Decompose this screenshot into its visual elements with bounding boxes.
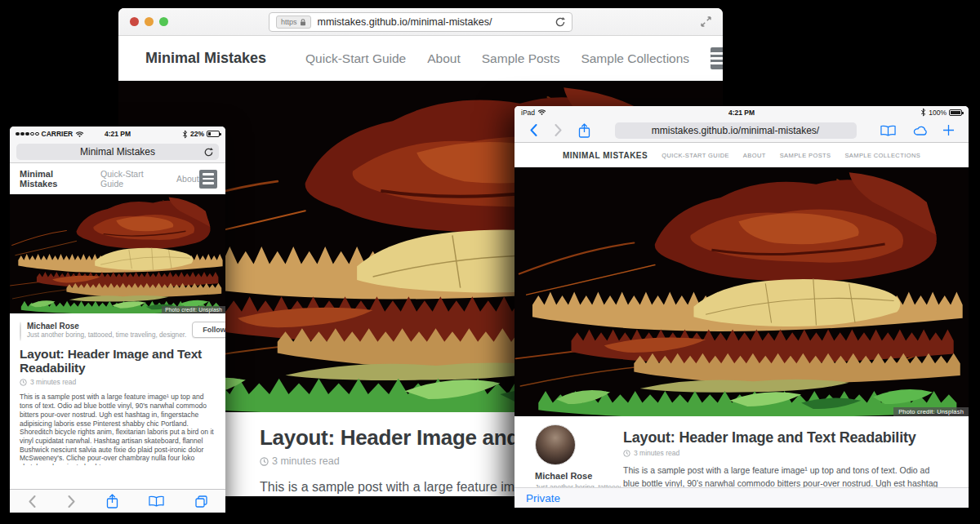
battery-icon bbox=[949, 109, 962, 116]
desktop-site-nav: Minimal Mistakes Quick-Start Guide About… bbox=[118, 36, 723, 81]
ipad-status-bar: iPad 4:21 PM 100% bbox=[514, 106, 969, 118]
iphone-status-bar: CARRIER 4:21 PM 22% bbox=[10, 127, 225, 141]
reload-icon[interactable] bbox=[555, 17, 565, 27]
wifi-icon bbox=[537, 109, 546, 116]
site-brand[interactable]: Minimal Mistakes bbox=[563, 151, 648, 160]
feature-image: Photo credit: Unsplash bbox=[514, 167, 969, 416]
post-title: Layout: Header Image and Text Readabilit… bbox=[20, 348, 216, 375]
nav-about[interactable]: About bbox=[176, 174, 198, 184]
clock-icon bbox=[260, 457, 269, 466]
nav-about[interactable]: About bbox=[427, 51, 461, 66]
bluetooth-icon bbox=[182, 130, 188, 139]
nav-sample-collections[interactable]: Sample Collections bbox=[581, 51, 689, 66]
photo-credit: Photo credit: Unsplash bbox=[162, 306, 225, 313]
author-bio: Just another boring, tattooed, time trav… bbox=[27, 331, 186, 339]
device-label: iPad bbox=[521, 109, 535, 117]
ipad-post-content: Michael Rose Just another boring, tattoo… bbox=[514, 416, 969, 487]
author-name: Michael Rose bbox=[27, 322, 186, 331]
bookmarks-icon[interactable] bbox=[149, 495, 164, 507]
forward-button[interactable] bbox=[67, 495, 75, 508]
iphone-url-text: Minimal Mistakes bbox=[80, 146, 155, 158]
battery-percent: 22% bbox=[190, 130, 204, 138]
nav-sample-posts[interactable]: Sample Posts bbox=[780, 152, 831, 159]
bluetooth-icon bbox=[920, 108, 926, 117]
leaves-photo bbox=[514, 167, 969, 416]
iphone-url-section: Minimal Mistakes bbox=[10, 141, 225, 163]
read-time: 3 minutes read bbox=[623, 449, 948, 457]
site-brand[interactable]: Minimal Mistakes bbox=[20, 169, 83, 189]
https-label: https bbox=[281, 18, 297, 26]
clock-icon bbox=[623, 450, 630, 457]
follow-button[interactable]: Follow bbox=[192, 322, 225, 338]
safari-toolbar: mmistakes.github.io/minimal-mistakes/ bbox=[514, 118, 969, 143]
post-paragraph: This is a sample post with a large featu… bbox=[20, 393, 216, 465]
feature-image: Photo credit: Unsplash bbox=[10, 194, 225, 313]
nav-quick-start-guide[interactable]: Quick-Start Guide bbox=[662, 152, 729, 159]
status-time: 4:21 PM bbox=[105, 130, 131, 138]
read-time-label: 3 minutes read bbox=[272, 455, 340, 467]
site-brand[interactable]: Minimal Mistakes bbox=[145, 50, 266, 67]
private-browsing-bar[interactable]: Private bbox=[514, 487, 969, 508]
read-time-label: 3 minutes read bbox=[30, 378, 76, 386]
icloud-tabs-icon[interactable] bbox=[912, 125, 927, 135]
signal-strength-icon bbox=[16, 132, 39, 136]
ipad-site-nav: Minimal Mistakes Quick-Start Guide About… bbox=[514, 143, 969, 167]
nav-sample-posts[interactable]: Sample Posts bbox=[482, 51, 560, 66]
browser-titlebar: https mmistakes.github.io/minimal-mistak… bbox=[118, 8, 723, 36]
author-avatar bbox=[535, 424, 576, 465]
post-paragraph: This is a sample post with a large featu… bbox=[623, 464, 948, 487]
back-button[interactable] bbox=[28, 495, 36, 508]
forward-button[interactable] bbox=[554, 124, 562, 136]
new-tab-icon[interactable] bbox=[943, 125, 954, 135]
carrier-label: CARRIER bbox=[42, 130, 74, 138]
read-time-label: 3 minutes read bbox=[634, 449, 679, 457]
iphone-mockup: CARRIER 4:21 PM 22% Minimal Mistakes Min… bbox=[10, 127, 225, 513]
menu-toggle-button[interactable] bbox=[199, 170, 217, 189]
author-avatar bbox=[20, 322, 21, 341]
desktop-address-bar[interactable]: https mmistakes.github.io/minimal-mistak… bbox=[269, 12, 572, 32]
share-icon[interactable] bbox=[578, 123, 590, 138]
zoom-window-button[interactable] bbox=[159, 17, 168, 26]
expand-icon[interactable] bbox=[701, 16, 711, 27]
window-controls bbox=[130, 17, 168, 26]
clock-icon bbox=[20, 379, 27, 386]
leaves-photo bbox=[10, 194, 225, 313]
status-time: 4:21 PM bbox=[728, 109, 755, 117]
read-time: 3 minutes read bbox=[20, 378, 216, 386]
private-label: Private bbox=[526, 492, 560, 504]
minimize-window-button[interactable] bbox=[145, 17, 154, 26]
https-badge: https bbox=[276, 16, 311, 29]
back-button[interactable] bbox=[529, 124, 537, 136]
wifi-icon bbox=[75, 131, 84, 138]
nav-about[interactable]: About bbox=[743, 152, 766, 159]
iphone-site-nav: Minimal Mistakes Quick-Start Guide About bbox=[10, 163, 225, 194]
author-block: Michael Rose Just another boring, tattoo… bbox=[514, 416, 623, 487]
nav-sample-collections[interactable]: Sample Collections bbox=[844, 152, 920, 159]
bookmarks-icon[interactable] bbox=[880, 125, 896, 136]
share-icon[interactable] bbox=[106, 494, 118, 508]
iphone-post-content: Michael Rose Just another boring, tattoo… bbox=[10, 313, 225, 465]
post-title: Layout: Header Image and Text Readabilit… bbox=[623, 429, 948, 446]
iphone-address-bar[interactable]: Minimal Mistakes bbox=[16, 144, 219, 160]
tabs-icon[interactable] bbox=[195, 495, 207, 508]
composite-canvas: https mmistakes.github.io/minimal-mistak… bbox=[0, 0, 980, 524]
url-text: mmistakes.github.io/minimal-mistakes/ bbox=[318, 16, 555, 28]
nav-quick-start-guide[interactable]: Quick-Start Guide bbox=[305, 51, 406, 66]
ipad-address-bar[interactable]: mmistakes.github.io/minimal-mistakes/ bbox=[615, 122, 857, 139]
battery-percent: 100% bbox=[929, 109, 947, 117]
menu-toggle-button[interactable] bbox=[710, 47, 723, 69]
safari-bottom-toolbar bbox=[10, 489, 225, 513]
lock-icon bbox=[300, 19, 306, 26]
author-block: Michael Rose Just another boring, tattoo… bbox=[20, 322, 216, 341]
close-window-button[interactable] bbox=[130, 17, 139, 26]
photo-credit: Photo credit: Unsplash bbox=[893, 407, 969, 416]
author-name: Michael Rose bbox=[535, 471, 623, 481]
url-text: mmistakes.github.io/minimal-mistakes/ bbox=[652, 125, 819, 136]
ipad-mockup: iPad 4:21 PM 100% mmistakes.github.io/mi… bbox=[514, 106, 969, 508]
nav-quick-start-guide[interactable]: Quick-Start Guide bbox=[100, 169, 159, 189]
reload-icon[interactable] bbox=[204, 148, 213, 157]
battery-icon bbox=[207, 131, 220, 137]
